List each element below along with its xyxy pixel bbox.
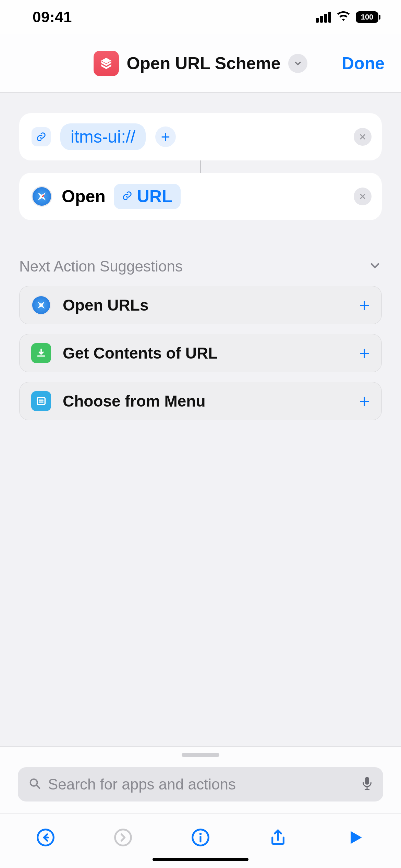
drag-handle[interactable] [182, 753, 219, 757]
svg-point-6 [199, 833, 202, 835]
safari-icon [32, 186, 52, 207]
share-button[interactable] [265, 825, 291, 850]
url-param-label: URL [137, 186, 172, 206]
suggestion-label: Open URLs [63, 296, 148, 314]
share-icon [268, 828, 288, 847]
add-suggestion-button[interactable]: + [359, 342, 370, 364]
url-scheme-token[interactable]: itms-ui:// [60, 123, 146, 150]
add-suggestion-button[interactable]: + [359, 294, 370, 316]
run-button[interactable] [343, 825, 368, 850]
title-menu-button[interactable] [288, 54, 307, 73]
undo-icon [36, 828, 55, 847]
dictate-button[interactable] [361, 776, 373, 793]
suggestion-choose-menu[interactable]: Choose from Menu + [19, 382, 382, 420]
svg-rect-0 [37, 398, 45, 405]
undo-button[interactable] [33, 825, 58, 850]
shortcut-app-icon [94, 51, 119, 76]
add-variable-button[interactable]: + [155, 126, 176, 147]
close-icon [359, 133, 367, 141]
status-icons: 100 [316, 10, 380, 25]
info-button[interactable] [188, 825, 213, 850]
action-connector [200, 160, 201, 173]
info-icon [191, 828, 210, 847]
safari-icon [31, 295, 51, 315]
status-bar: 09:41 100 [0, 0, 401, 34]
suggestion-open-urls[interactable]: Open URLs + [19, 286, 382, 324]
menu-icon [31, 391, 51, 411]
home-indicator[interactable] [153, 858, 248, 861]
suggestion-get-contents[interactable]: Get Contents of URL + [19, 334, 382, 372]
action-open-card[interactable]: Open URL [19, 173, 382, 220]
search-icon [28, 777, 42, 792]
search-placeholder: Search for apps and actions [48, 776, 361, 793]
battery-icon: 100 [356, 11, 380, 23]
suggestions-header[interactable]: Next Action Suggestions [19, 220, 382, 286]
done-button[interactable]: Done [342, 53, 385, 73]
url-param-token[interactable]: URL [114, 184, 181, 209]
link-icon [32, 127, 51, 146]
link-icon [122, 191, 132, 202]
action-url-card[interactable]: itms-ui:// + [19, 113, 382, 160]
page-title: Open URL Scheme [126, 53, 280, 73]
suggestions-heading: Next Action Suggestions [19, 258, 183, 275]
microphone-icon [361, 776, 373, 792]
suggestion-label: Choose from Menu [63, 392, 206, 410]
add-suggestion-button[interactable]: + [359, 390, 370, 412]
suggestion-label: Get Contents of URL [63, 344, 218, 362]
chevron-down-icon [368, 259, 382, 273]
redo-button [110, 825, 136, 850]
cellular-icon [316, 12, 331, 23]
search-input[interactable]: Search for apps and actions [18, 767, 383, 801]
collapse-suggestions-button[interactable] [368, 259, 382, 274]
battery-level: 100 [356, 11, 378, 23]
open-label: Open [62, 186, 106, 206]
remove-action-button[interactable] [354, 188, 372, 205]
download-icon [31, 343, 51, 363]
title-group[interactable]: Open URL Scheme [94, 51, 307, 76]
wifi-icon [337, 10, 350, 25]
nav-header: Open URL Scheme Done [0, 34, 401, 93]
play-icon [346, 828, 365, 847]
status-time: 09:41 [33, 9, 72, 26]
workflow-canvas: itms-ui:// + Open URL Next Action Sugges… [0, 93, 401, 420]
close-icon [359, 192, 367, 201]
chevron-down-icon [293, 59, 303, 68]
svg-rect-2 [365, 777, 369, 785]
svg-point-4 [115, 829, 131, 845]
bottom-panel: Search for apps and actions [0, 746, 401, 868]
redo-icon [113, 828, 133, 847]
remove-action-button[interactable] [354, 128, 372, 146]
